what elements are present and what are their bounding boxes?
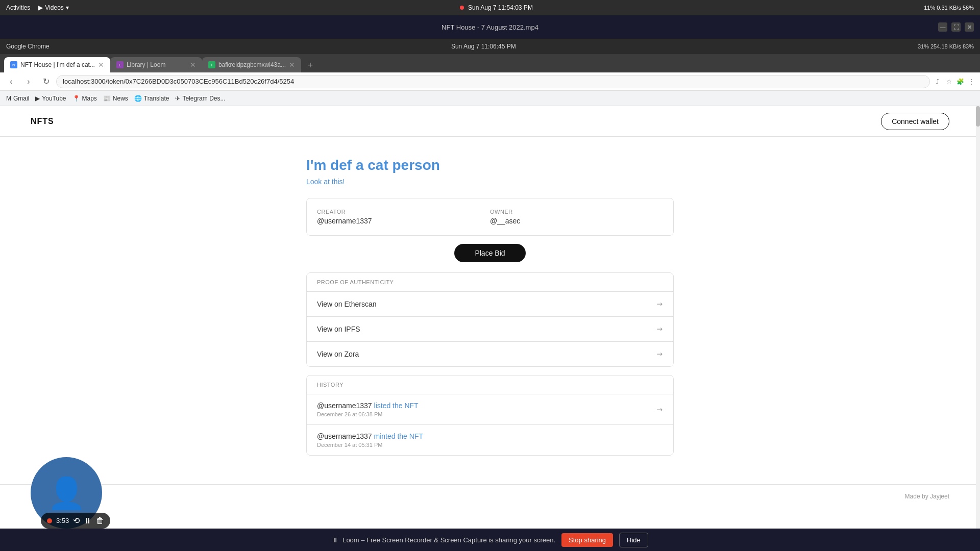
- loom-bar-text: ⏸ Loom – Free Screen Recorder & Screen C…: [332, 536, 555, 544]
- creator-col: CREATOR @username1337: [317, 209, 490, 225]
- address-icons: ⤴ ☆ 🧩 ⋮: [933, 77, 976, 86]
- chevron-down-icon: ▾: [66, 4, 69, 11]
- place-bid-button[interactable]: Place Bid: [454, 244, 526, 262]
- video-time: 3:53: [56, 517, 69, 524]
- bookmark-gmail[interactable]: M Gmail: [6, 95, 29, 102]
- proof-row-zora[interactable]: View on Zora ↗: [307, 342, 673, 366]
- bookmark-icon[interactable]: ☆: [944, 77, 953, 86]
- tab-close-ipfs[interactable]: ✕: [289, 61, 295, 69]
- tab-favicon-ipfs: I: [208, 61, 215, 68]
- connect-wallet-button[interactable]: Connect wallet: [881, 113, 949, 130]
- nft-header: NFTS Connect wallet: [0, 106, 980, 137]
- bookmark-telegram[interactable]: ✈ Telegram Des...: [175, 95, 225, 102]
- tab-favicon-nft: N: [10, 61, 17, 68]
- scrollbar-thumb[interactable]: [976, 106, 980, 127]
- bookmark-translate-label: Translate: [144, 95, 169, 102]
- footer-right: Made by Jayjeet: [905, 493, 949, 500]
- owner-label: OWNER: [490, 209, 663, 215]
- creator-label: CREATOR: [317, 209, 490, 215]
- browser-tab-nft[interactable]: N NFT House | I'm def a cat... ✕: [4, 57, 110, 72]
- window-title: NFT House - 7 August 2022.mp4: [442, 23, 538, 31]
- proof-row-ipfs[interactable]: View on IPFS ↗: [307, 317, 673, 342]
- more-icon[interactable]: ⋮: [967, 77, 976, 86]
- browser-tabs: N NFT House | I'm def a cat... ✕ L Libra…: [0, 54, 980, 72]
- browser-right-indicators: 31% 254.18 KB/s 83%: [918, 43, 974, 49]
- videos-menu[interactable]: ▶ Videos ▾: [38, 4, 68, 11]
- proof-header: PROOF OF AUTHENTICITY: [307, 273, 673, 292]
- bookmark-translate[interactable]: 🌐 Translate: [134, 95, 169, 102]
- tab-label-nft: NFT House | I'm def a cat...: [20, 61, 95, 68]
- gmail-icon: M: [6, 95, 11, 102]
- maximize-button[interactable]: ⛶: [951, 22, 961, 32]
- stop-icon[interactable]: 🗑: [96, 516, 104, 525]
- os-datetime: Sun Aug 7 11:54:03 PM: [468, 4, 533, 11]
- proof-label-etherscan: View on Etherscan: [317, 300, 376, 308]
- pause-icon[interactable]: ⏸: [84, 516, 92, 525]
- record-dot: [460, 6, 464, 10]
- browser-addressbar: ‹ › ↻ ⤴ ☆ 🧩 ⋮: [0, 72, 980, 91]
- videos-label: Videos: [45, 4, 63, 11]
- nft-logo: NFTS: [31, 117, 54, 126]
- play-icon: ▶: [38, 4, 43, 11]
- browser-time: Sun Aug 7 11:06:45 PM: [451, 43, 516, 50]
- share-icon[interactable]: ⤴: [933, 77, 942, 86]
- history-text-listed: @username1337 listed the NFT: [317, 402, 663, 410]
- stop-sharing-button[interactable]: Stop sharing: [561, 533, 613, 547]
- tab-label-loom: Library | Loom: [127, 61, 187, 68]
- os-topbar-center: Sun Aug 7 11:54:03 PM: [460, 4, 533, 11]
- recording-dot: [47, 518, 52, 523]
- browser-chrome: Google Chrome Sun Aug 7 11:06:45 PM 31% …: [0, 39, 980, 106]
- user-avatar-icon: 👤: [47, 475, 86, 511]
- history-row-minted: @username1337 minted the NFT December 14…: [307, 425, 673, 455]
- tab-close-nft[interactable]: ✕: [98, 61, 104, 69]
- nft-info-box: CREATOR @username1337 OWNER @__asec: [306, 198, 674, 236]
- history-actor-2: @username1337: [317, 432, 374, 440]
- rewind-icon[interactable]: ⟲: [73, 516, 80, 525]
- bookmark-gmail-label: Gmail: [13, 95, 29, 102]
- history-date-listed: December 26 at 06:38 PM: [317, 411, 663, 417]
- os-indicators: 11% 0.31 KB/s 56%: [924, 5, 974, 11]
- tab-close-loom[interactable]: ✕: [190, 61, 196, 69]
- external-link-icon-etherscan: ↗: [655, 299, 665, 309]
- os-topbar: Activities ▶ Videos ▾ Sun Aug 7 11:54:03…: [0, 0, 980, 15]
- minimize-button[interactable]: —: [938, 22, 947, 32]
- history-action-listed[interactable]: listed the NFT: [374, 402, 419, 410]
- bookmark-telegram-label: Telegram Des...: [182, 95, 225, 102]
- translate-icon: 🌐: [134, 95, 142, 102]
- loom-bar: ⏸ Loom – Free Screen Recorder & Screen C…: [0, 529, 980, 551]
- bookmark-maps[interactable]: 📍 Maps: [72, 95, 97, 102]
- back-button[interactable]: ‹: [4, 74, 18, 89]
- history-text-minted: @username1337 minted the NFT: [317, 432, 663, 440]
- bookmark-news[interactable]: 📰 News: [103, 95, 128, 102]
- history-action-minted[interactable]: minted the NFT: [374, 432, 423, 440]
- tab-label-ipfs: bafkreidpzgbcmxwi43a...: [218, 61, 286, 68]
- history-header: HISTORY: [307, 375, 673, 394]
- history-row-listed: @username1337 listed the NFT December 26…: [307, 394, 673, 425]
- telegram-icon: ✈: [175, 95, 180, 102]
- close-button[interactable]: ✕: [965, 22, 974, 32]
- browser-menubar-left: Google Chrome: [6, 43, 50, 50]
- address-input[interactable]: [56, 75, 930, 88]
- external-link-icon-ipfs: ↗: [655, 324, 665, 334]
- owner-value: @__asec: [490, 217, 663, 225]
- browser-tab-loom[interactable]: L Library | Loom ✕: [110, 57, 202, 72]
- proof-section: PROOF OF AUTHENTICITY View on Etherscan …: [306, 272, 674, 367]
- activities-label[interactable]: Activities: [6, 4, 30, 11]
- proof-row-etherscan[interactable]: View on Etherscan ↗: [307, 292, 673, 317]
- bookmark-news-label: News: [113, 95, 128, 102]
- reload-button[interactable]: ↻: [39, 74, 53, 89]
- hide-button[interactable]: Hide: [619, 533, 648, 547]
- loom-pause-icon: ⏸: [332, 536, 338, 544]
- maps-icon: 📍: [72, 95, 80, 102]
- forward-button[interactable]: ›: [21, 74, 36, 89]
- extensions-icon[interactable]: 🧩: [955, 77, 965, 86]
- bookmark-youtube[interactable]: ▶ YouTube: [35, 95, 66, 102]
- new-tab-button[interactable]: +: [303, 58, 317, 72]
- scrollbar[interactable]: [976, 106, 980, 551]
- youtube-icon: ▶: [35, 95, 40, 102]
- news-icon: 📰: [103, 95, 111, 102]
- loom-bar-message: Loom – Free Screen Recorder & Screen Cap…: [342, 536, 555, 544]
- video-overlay: 👤 3:53 ⟲ ⏸ 🗑: [31, 457, 102, 529]
- nft-main: I'm def a cat person Look at this! CREAT…: [296, 137, 684, 484]
- browser-tab-ipfs[interactable]: I bafkreidpzgbcmxwi43a... ✕: [202, 57, 301, 72]
